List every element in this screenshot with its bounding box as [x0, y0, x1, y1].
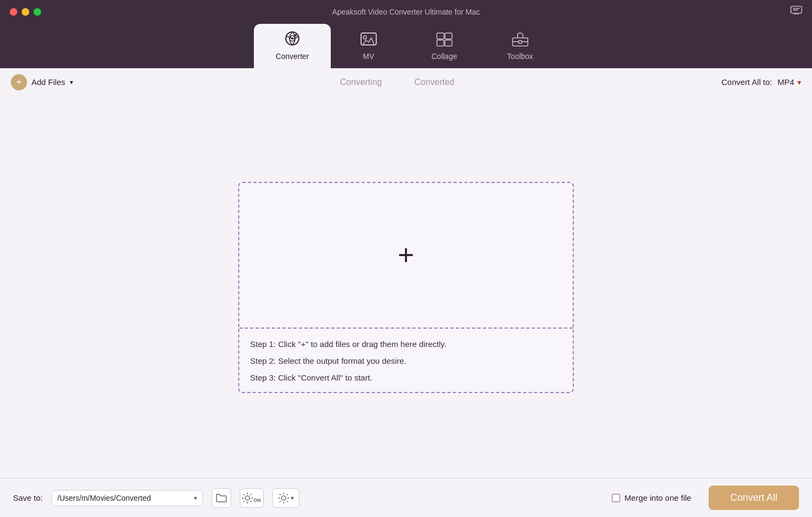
sub-tab-bar: + Add Files ▾ Converting Converted Conve…	[0, 68, 812, 96]
merge-section: Merge into one file	[612, 493, 691, 502]
window-title: Apeaksoft Video Converter Ultimate for M…	[332, 8, 480, 16]
svg-point-7	[363, 36, 366, 39]
converter-icon	[284, 30, 300, 49]
svg-rect-11	[445, 40, 452, 46]
drop-zone-instructions: Step 1: Click "+" to add files or drag t…	[239, 329, 573, 392]
format-label: MP4	[777, 77, 794, 87]
instruction-step1: Step 1: Click "+" to add files or drag t…	[250, 338, 562, 350]
maximize-button[interactable]	[34, 8, 41, 16]
svg-rect-9	[445, 33, 452, 39]
toolbox-icon	[512, 32, 528, 49]
tab-converter[interactable]: Converter	[254, 24, 330, 68]
convert-all-button[interactable]: Convert All	[709, 486, 799, 510]
title-bar: Apeaksoft Video Converter Ultimate for M…	[0, 0, 812, 24]
tab-converter-label: Converter	[276, 52, 309, 61]
tab-toolbox-label: Toolbox	[507, 52, 533, 61]
drop-zone-plus-icon: +	[398, 241, 414, 269]
collage-icon	[436, 32, 453, 49]
path-value: /Users/m/Movies/Converted	[57, 494, 191, 502]
drop-zone[interactable]: + Step 1: Click "+" to add files or drag…	[238, 182, 574, 393]
instruction-step3: Step 3: Click "Convert All" to start.	[250, 372, 562, 383]
tab-mv[interactable]: MV	[331, 26, 407, 68]
tab-toolbox[interactable]: Toolbox	[482, 26, 558, 68]
svg-point-16	[245, 496, 250, 500]
close-button[interactable]	[10, 8, 17, 16]
bottom-bar: Save to: /Users/m/Movies/Converted ▾ ON …	[0, 478, 812, 517]
tab-mv-label: MV	[363, 52, 374, 61]
svg-rect-10	[437, 40, 444, 46]
settings-on-button[interactable]: ON	[240, 488, 264, 508]
path-dropdown[interactable]: /Users/m/Movies/Converted ▾	[51, 490, 203, 506]
add-files-button[interactable]: + Add Files ▾	[11, 74, 73, 90]
svg-point-17	[281, 496, 286, 500]
convert-all-to-label: Convert All to:	[722, 77, 772, 87]
merge-checkbox[interactable]	[612, 494, 620, 502]
svg-rect-8	[437, 33, 444, 39]
svg-point-5	[291, 37, 293, 40]
preferences-button[interactable]: ▾	[272, 488, 299, 508]
mv-icon	[361, 32, 377, 49]
add-icon: +	[11, 74, 27, 90]
content-area: + Step 1: Click "+" to add files or drag…	[0, 96, 812, 478]
tab-collage[interactable]: Collage	[407, 26, 482, 68]
folder-browse-button[interactable]	[212, 488, 231, 508]
sub-tab-converted[interactable]: Converted	[414, 75, 454, 89]
tab-bar: Converter MV Collage	[0, 24, 812, 68]
svg-rect-13	[519, 41, 522, 43]
tab-collage-label: Collage	[431, 52, 457, 61]
convert-all-to-section: Convert All to: MP4 ▾	[722, 77, 801, 87]
path-dropdown-arrow: ▾	[194, 494, 197, 502]
drop-zone-top[interactable]: +	[239, 183, 573, 328]
main-area: + Add Files ▾ Converting Converted Conve…	[0, 68, 812, 517]
chat-icon[interactable]	[790, 6, 802, 18]
minimize-button[interactable]	[22, 8, 29, 16]
traffic-lights	[10, 8, 41, 16]
format-dropdown[interactable]: MP4 ▾	[777, 77, 801, 87]
add-files-label: Add Files	[31, 77, 66, 87]
format-dropdown-arrow: ▾	[797, 78, 801, 87]
save-to-label: Save to:	[13, 493, 43, 502]
merge-label: Merge into one file	[625, 493, 691, 502]
sub-tabs-center: Converting Converted	[73, 75, 722, 89]
sub-tab-converting[interactable]: Converting	[340, 75, 382, 89]
instruction-step2: Step 2: Select the output format you des…	[250, 355, 562, 367]
